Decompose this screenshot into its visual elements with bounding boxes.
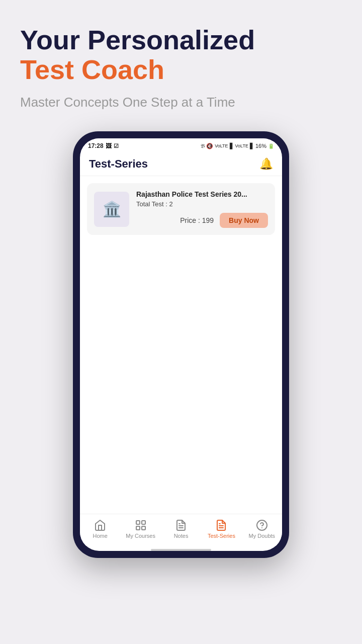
svg-point-8 (219, 525, 220, 526)
app-title: Test-Series (89, 157, 148, 171)
test-series-card: 🏛️ Rajasthan Police Test Series 20... To… (87, 183, 275, 235)
app-header: Test-Series 🔔 (80, 151, 282, 176)
nav-my-courses[interactable]: My Courses (120, 519, 160, 539)
test-series-icon (215, 519, 227, 531)
signal-icon2: ▋ (250, 143, 254, 149)
bluetooth-icon: 𝔅 (201, 143, 205, 149)
nav-my-doubts[interactable]: My Doubts (242, 519, 282, 539)
nav-test-series-label: Test-Series (208, 533, 235, 539)
hero-subtitle: Master Concepts One Step at a Time (20, 93, 342, 111)
volte-icon: VoLTE (215, 143, 228, 148)
status-icons: 𝔅 🔇 VoLTE ▋ VoLTE ▋ 16% 🔋 (201, 143, 274, 149)
my-courses-icon (135, 519, 147, 531)
test-total: Total Test : 2 (136, 200, 268, 208)
nav-notes-label: Notes (174, 533, 189, 539)
svg-point-9 (219, 527, 220, 528)
bottom-nav: Home My Courses (80, 514, 282, 546)
test-logo: 🏛️ (94, 192, 129, 227)
nav-my-doubts-label: My Doubts (249, 533, 276, 539)
test-name: Rajasthan Police Test Series 20... (136, 190, 268, 198)
test-price: Price : 199 (180, 216, 214, 224)
logo-emblem-icon: 🏛️ (103, 200, 121, 218)
battery-shape: 🔋 (268, 143, 274, 149)
nav-notes[interactable]: Notes (161, 519, 201, 539)
hero-section: Your Personalized Test Coach Master Conc… (20, 25, 342, 111)
buy-now-button[interactable]: Buy Now (220, 213, 268, 228)
test-price-row: Price : 199 Buy Now (136, 213, 268, 228)
svg-rect-0 (136, 521, 140, 524)
status-time: 17:28 🖼 ☑ (88, 142, 119, 149)
home-icon (94, 519, 106, 531)
nav-home-label: Home (93, 533, 108, 539)
home-indicator (151, 549, 211, 551)
volte-icon2: VoLTE (235, 143, 248, 148)
photo-icon: 🖼 (106, 142, 112, 149)
signal-icon1: ▋ (230, 143, 234, 149)
nav-test-series[interactable]: Test-Series (201, 519, 241, 539)
svg-rect-3 (142, 526, 145, 530)
svg-rect-1 (142, 521, 145, 524)
nav-home[interactable]: Home (80, 519, 120, 539)
hero-title-line2: Test Coach (20, 55, 342, 85)
notification-bell-icon[interactable]: 🔔 (259, 157, 273, 171)
app-content: 🏛️ Rajasthan Police Test Series 20... To… (80, 176, 282, 514)
my-doubts-icon (256, 519, 268, 531)
check-icon: ☑ (114, 143, 119, 149)
hero-title-line1: Your Personalized (20, 25, 342, 55)
svg-rect-2 (136, 526, 140, 530)
notes-icon (175, 519, 187, 531)
test-info: Rajasthan Police Test Series 20... Total… (136, 190, 268, 228)
phone-mockup: 17:28 🖼 ☑ 𝔅 🔇 VoLTE ▋ VoLTE ▋ 16% 🔋 Test… (73, 131, 289, 558)
status-bar: 17:28 🖼 ☑ 𝔅 🔇 VoLTE ▋ VoLTE ▋ 16% 🔋 (80, 138, 282, 151)
nav-my-courses-label: My Courses (126, 533, 155, 539)
mute-icon: 🔇 (206, 143, 213, 149)
phone-screen: 17:28 🖼 ☑ 𝔅 🔇 VoLTE ▋ VoLTE ▋ 16% 🔋 Test… (80, 138, 282, 551)
battery-icon: 16% (255, 143, 266, 149)
